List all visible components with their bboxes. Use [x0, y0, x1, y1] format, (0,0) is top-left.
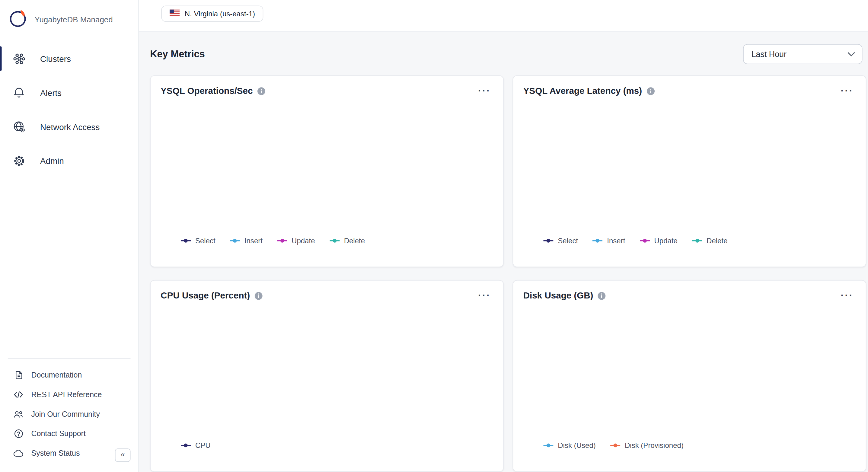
- chart-canvas: [523, 305, 856, 435]
- card-menu-ellipsis-icon[interactable]: ···: [838, 87, 856, 95]
- sidebar: YugabyteDB Managed Clusters Alerts Netwo…: [0, 0, 139, 472]
- card-title: Disk Usage (GB): [523, 291, 593, 301]
- legend-item-delete[interactable]: Delete: [330, 237, 365, 245]
- legend-marker-icon: [640, 238, 650, 243]
- metrics-header: Key Metrics Last Hour: [150, 44, 864, 64]
- bell-icon: [12, 86, 26, 99]
- footer-link-label: Documentation: [31, 371, 82, 379]
- footer-link-rest-api-reference[interactable]: REST API Reference: [0, 385, 138, 404]
- page-title: Key Metrics: [150, 48, 205, 60]
- footer-link-join-our-community[interactable]: Join Our Community: [0, 404, 138, 424]
- sidebar-item-alerts[interactable]: Alerts: [0, 77, 138, 108]
- metric-card-disk-usage-gb: Disk Usage (GB) 015030045060015:5416:021…: [513, 280, 867, 472]
- footer-link-label: REST API Reference: [31, 390, 102, 399]
- legend-marker-icon: [610, 443, 620, 448]
- legend-item-select[interactable]: Select: [543, 237, 578, 245]
- card-title: YSQL Operations/Sec: [161, 86, 253, 96]
- sidebar-nav: Clusters Alerts Network Access Admin: [0, 43, 138, 179]
- legend-marker-icon: [692, 238, 702, 243]
- info-icon[interactable]: 0123415:5416:0216:0916:1616:2416:3116:38…: [647, 87, 655, 95]
- footer-link-contact-support[interactable]: Contact Support: [0, 424, 138, 444]
- chart-canvas: [161, 305, 493, 435]
- card-menu-ellipsis-icon[interactable]: ···: [476, 292, 493, 300]
- clusters-icon: [12, 52, 26, 65]
- community-icon: [13, 409, 23, 419]
- legend-item-disk-provisioned[interactable]: Disk (Provisioned): [610, 441, 684, 450]
- footer-link-label: System Status: [31, 449, 80, 458]
- card-header: CPU Usage (Percent) 0123415:5416:0216:09…: [161, 291, 493, 301]
- region-selector-chip[interactable]: N. Virginia (us-east-1): [161, 5, 264, 22]
- content: Key Metrics Last Hour YSQL Operations/Se…: [139, 32, 868, 472]
- metric-card-cpu-usage-percent: CPU Usage (Percent) 0123415:5416:0216:09…: [150, 280, 504, 472]
- card-menu-ellipsis-icon[interactable]: ···: [476, 87, 493, 95]
- card-menu-ellipsis-icon[interactable]: ···: [838, 292, 856, 300]
- legend-item-update[interactable]: Update: [640, 237, 678, 245]
- app-logo[interactable]: YugabyteDB Managed: [0, 0, 138, 37]
- legend-marker-icon: [592, 238, 602, 243]
- sidebar-item-label: Network Access: [40, 122, 100, 131]
- help-circle-icon: [13, 429, 23, 439]
- sidebar-bottom-pad: [0, 463, 138, 472]
- globe-gear-icon: [12, 120, 26, 133]
- api-icon: [13, 389, 23, 400]
- sidebar-item-admin[interactable]: Admin: [0, 145, 138, 177]
- legend-marker-icon: [543, 443, 553, 448]
- footer-link-label: Contact Support: [31, 430, 86, 438]
- sidebar-spacer: [0, 179, 138, 358]
- sidebar-item-clusters[interactable]: Clusters: [0, 43, 138, 74]
- yugabytedb-logo-icon: [8, 8, 28, 31]
- chart-canvas: [161, 100, 493, 230]
- legend-marker-icon: [181, 238, 191, 243]
- info-icon[interactable]: 015030045060015:5416:0216:0916:1616:2416…: [597, 291, 606, 300]
- card-title: CPU Usage (Percent): [161, 291, 250, 301]
- main-area: N. Virginia (us-east-1) Key Metrics Last…: [139, 0, 868, 472]
- document-icon: [13, 370, 23, 380]
- app-title: YugabyteDB Managed: [35, 15, 113, 24]
- legend-label: CPU: [195, 441, 211, 450]
- region-chip-label: N. Virginia (us-east-1): [185, 9, 255, 18]
- legend-item-insert[interactable]: Insert: [592, 237, 625, 245]
- legend-item-insert[interactable]: Insert: [230, 237, 262, 245]
- legend-label: Disk (Used): [558, 441, 596, 450]
- legend-label: Select: [558, 237, 578, 245]
- legend-label: Insert: [607, 237, 625, 245]
- legend-item-update[interactable]: Update: [277, 237, 315, 245]
- legend-item-cpu[interactable]: CPU: [181, 441, 211, 450]
- sidebar-collapse-button[interactable]: «: [115, 448, 131, 462]
- time-range-select[interactable]: Last Hour: [743, 44, 863, 64]
- sidebar-item-network-access[interactable]: Network Access: [0, 111, 138, 143]
- sidebar-divider: [8, 358, 131, 359]
- metric-card-ysql-operations-sec: YSQL Operations/Sec 030609012015:5416:02…: [150, 75, 504, 268]
- us-flag-icon: [169, 9, 180, 18]
- metric-cards-grid: YSQL Operations/Sec 030609012015:5416:02…: [150, 75, 864, 472]
- chevron-down-icon: [847, 50, 855, 59]
- chart-canvas: [523, 100, 856, 230]
- cloud-icon: [13, 448, 23, 458]
- legend-item-select[interactable]: Select: [181, 237, 216, 245]
- legend-marker-icon: [277, 238, 287, 243]
- sidebar-item-label: Alerts: [40, 88, 62, 97]
- legend-marker-icon: [181, 443, 191, 448]
- legend-label: Disk (Provisioned): [625, 441, 684, 450]
- legend-marker-icon: [230, 238, 240, 243]
- chart-legend: CPU: [161, 441, 493, 450]
- legend-item-delete[interactable]: Delete: [692, 237, 728, 245]
- app-root: YugabyteDB Managed Clusters Alerts Netwo…: [0, 0, 868, 472]
- metric-card-ysql-average-latency-ms: YSQL Average Latency (ms) 0123415:5416:0…: [513, 75, 867, 268]
- chart-legend: Select Insert Update Delete: [523, 237, 856, 245]
- legend-label: Delete: [344, 237, 365, 245]
- chart-legend: Select Insert Update Delete: [161, 237, 493, 245]
- legend-marker-icon: [543, 238, 553, 243]
- legend-label: Delete: [707, 237, 727, 245]
- time-range-value: Last Hour: [751, 50, 786, 59]
- footer-link-documentation[interactable]: Documentation: [0, 366, 138, 385]
- card-header: Disk Usage (GB) 015030045060015:5416:021…: [523, 291, 856, 301]
- gear-icon: [12, 154, 26, 167]
- chart-legend: Disk (Used) Disk (Provisioned): [523, 441, 856, 450]
- info-icon[interactable]: 0123415:5416:0216:0916:1616:2416:3116:38…: [254, 291, 263, 300]
- sidebar-item-label: Clusters: [40, 54, 71, 63]
- legend-item-disk-used[interactable]: Disk (Used): [543, 441, 596, 450]
- card-header: YSQL Average Latency (ms) 0123415:5416:0…: [523, 86, 856, 96]
- footer-link-label: Join Our Community: [31, 410, 100, 418]
- info-icon[interactable]: 030609012015:5416:0216:0916:1616:2416:31…: [257, 87, 266, 95]
